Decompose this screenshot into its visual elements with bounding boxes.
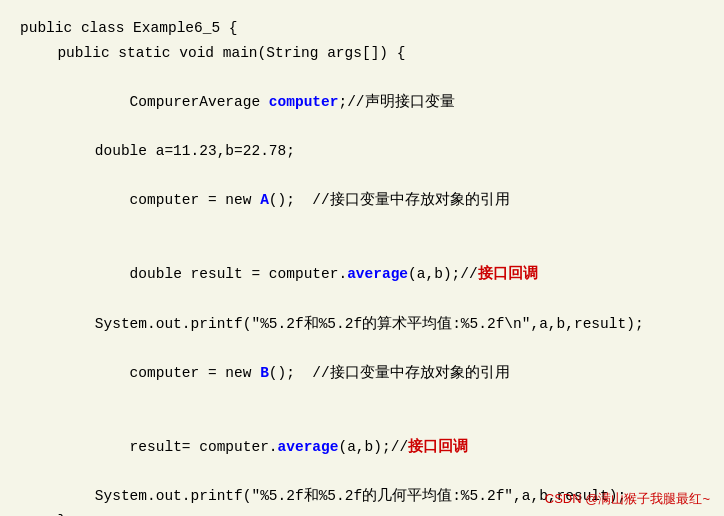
code-line-3: CompurerAverage computer;//声明接口变量	[20, 65, 704, 139]
watermark: CSDN @满山猴子我腿最红~	[545, 490, 710, 508]
code-block: public class Example6_5 { public static …	[0, 0, 724, 516]
code-line-11: }	[20, 509, 704, 516]
code-line-1: public class Example6_5 {	[20, 16, 704, 41]
code-line-4: double a=11.23,b=22.78;	[20, 139, 704, 164]
code-line-9: result= computer.average(a,b);//接口回调	[20, 410, 704, 484]
code-line-8: computer = new B(); //接口变量中存放对象的引用	[20, 336, 704, 410]
code-line-2: public static void main(String args[]) {	[20, 41, 704, 66]
code-line-6: double result = computer.average(a,b);//…	[20, 238, 704, 312]
code-line-5: computer = new A(); //接口变量中存放对象的引用	[20, 164, 704, 238]
code-line-7: System.out.printf("%5.2f和%5.2f的算术平均值:%5.…	[20, 312, 704, 337]
